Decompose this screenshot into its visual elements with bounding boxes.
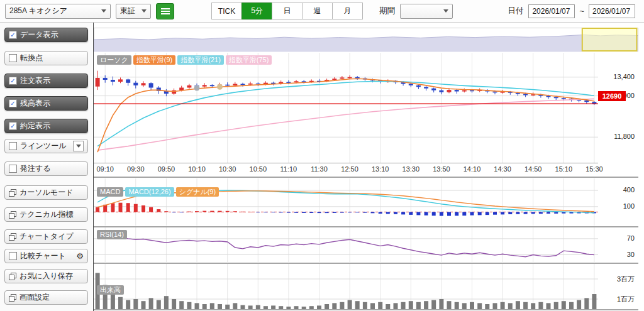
sidebar-item-label: ラインツール (20, 141, 66, 151)
sidebar-item-cursor-mode[interactable]: カーソルモード (4, 185, 88, 200)
volume-legend: 出来高 (97, 285, 124, 295)
panel-window-icon (9, 294, 16, 302)
time-tick-label: 09:10 (92, 165, 118, 173)
sidebar-item-label: 比較チャート (20, 251, 66, 261)
sidebar-item-label: 約定表示 (20, 121, 50, 131)
sidebar-item-label: 発注する (20, 163, 51, 174)
sidebar-item-label: データ表示 (20, 30, 58, 40)
time-tick-label: 14:50 (521, 165, 546, 173)
timeframe-button-day[interactable]: 日 (272, 3, 303, 19)
date-from-input[interactable]: 2026/01/07 (528, 4, 575, 18)
navigator-svg (94, 28, 638, 52)
sidebar-item-screen-settings[interactable]: 画面設定 (4, 290, 88, 305)
sidebar-item-compare-chart[interactable]: 比較チャート⚙ (4, 249, 88, 263)
price-legend: ローソク指数平滑(9)指数平滑(21)指数平滑(75) (97, 55, 272, 65)
trading-chart: ローソク指数平滑(9)指数平滑(21)指数平滑(75) 09:1009:3009… (93, 23, 644, 311)
price-axis-label: 11,800 (601, 133, 635, 140)
timeframe-button-5min[interactable]: 5分 (242, 3, 272, 19)
list-view-button[interactable] (156, 3, 174, 19)
sidebar-item-label: 注文表示 (20, 75, 50, 86)
legend-chip: 指数平滑(9) (133, 55, 175, 65)
sidebar-item-technical-indicator[interactable]: テクニカル指標 (4, 207, 88, 222)
legend-chip: 出来高 (97, 285, 124, 295)
chevron-down-icon (443, 9, 448, 13)
sidebar-item-balance-display[interactable]: ✓残高表示 (4, 96, 88, 111)
panel-divider (94, 177, 638, 178)
sidebar-item-chart-type[interactable]: チャートタイプ (4, 229, 88, 244)
legend-chip: ローソク (97, 55, 131, 65)
date-to-input[interactable]: 2026/01/07 (589, 4, 635, 18)
rsi-axis-label: 30 (601, 251, 635, 258)
sidebar-item-label: 画面設定 (19, 292, 50, 303)
timeframe-group: TICK5分日週月 (212, 3, 363, 19)
sidebar-item-place-order[interactable]: 発注する (4, 161, 88, 176)
sidebar-item-execution-display[interactable]: ✓約定表示 (4, 119, 88, 133)
time-tick-label: 09:30 (123, 165, 148, 173)
price-chart-svg (94, 53, 598, 163)
sidebar-item-save-favorite[interactable]: お気に入り保存 (4, 269, 88, 283)
period-select[interactable] (400, 4, 453, 19)
unchecked-checkbox-icon (9, 252, 17, 260)
time-tick-label: 13:50 (429, 165, 454, 173)
time-tick-label: 14:30 (490, 165, 515, 173)
macd-panel[interactable] (94, 178, 598, 226)
sidebar-item-data-display[interactable]: ✓データ表示 (4, 28, 88, 42)
macd-axis-label: 100 (601, 202, 635, 210)
time-tick-label: 11:10 (276, 165, 301, 173)
time-tick-label: 15:30 (582, 165, 607, 173)
navigator-chart[interactable] (94, 28, 638, 52)
sidebar-item-order-display[interactable]: ✓注文表示 (4, 74, 88, 88)
sidebar-item-label: チャートタイプ (19, 231, 74, 242)
checked-checkbox-icon: ✓ (9, 31, 17, 39)
sidebar-item-line-tool[interactable]: ラインツール (4, 139, 88, 153)
price-tag: 12690 (598, 91, 626, 101)
symbol-select[interactable]: 285A キオクシア (5, 4, 111, 19)
price-axis-label: 13,400 (601, 73, 635, 80)
chevron-down-icon (101, 9, 106, 13)
unchecked-checkbox-icon (9, 142, 17, 150)
rsi-legend: RSI(14) (97, 230, 127, 239)
checked-checkbox-icon: ✓ (9, 77, 17, 85)
chevron-down-icon (76, 145, 81, 148)
time-tick-label: 12:50 (337, 165, 362, 173)
time-tick-label: 13:10 (368, 165, 393, 173)
sidebar-item-label: テクニカル指標 (19, 209, 73, 220)
checked-checkbox-icon: ✓ (9, 99, 17, 107)
price-chart[interactable] (94, 53, 598, 163)
sidebar-item-label: 残高表示 (20, 98, 50, 109)
sidebar-item-label: 転換点 (20, 53, 43, 63)
panel-window-icon (9, 189, 16, 197)
legend-chip: シグナル(9) (176, 187, 219, 197)
line-tool-dropdown[interactable] (73, 141, 84, 151)
legend-chip: MACD(12,26) (125, 187, 174, 197)
list-icon (161, 13, 170, 14)
panel-window-icon (9, 233, 16, 241)
macd-svg (94, 178, 598, 226)
legend-chip: 指数平滑(21) (177, 55, 224, 65)
timeframe-button-month[interactable]: 月 (332, 3, 363, 19)
volume-panel[interactable] (94, 264, 598, 310)
period-label: 期間 (379, 6, 395, 16)
exchange-value: 東証 (120, 6, 135, 16)
time-tick-label: 09:50 (153, 165, 179, 173)
sidebar-item-turning-point[interactable]: 転換点 (4, 51, 88, 65)
sidebar-item-label: お気に入り保存 (19, 271, 73, 281)
chevron-down-icon (142, 9, 147, 13)
time-axis: 09:1009:3009:5010:1010:3010:5011:1011:30… (94, 163, 598, 176)
timeframe-button-week[interactable]: 週 (302, 3, 333, 19)
sidebar-item-label: カーソルモード (19, 187, 73, 198)
rsi-panel[interactable] (94, 227, 598, 262)
checked-checkbox-icon: ✓ (9, 122, 17, 130)
time-tick-label: 15:10 (551, 165, 576, 173)
gear-icon[interactable]: ⚙ (76, 252, 84, 260)
panel-window-icon (9, 273, 16, 280)
timeframe-button-tick[interactable]: TICK (211, 3, 242, 19)
rsi-svg (94, 227, 598, 262)
panel-window-icon (9, 211, 16, 219)
time-tick-label: 11:30 (307, 165, 332, 173)
date-range-separator: ~ (579, 6, 584, 16)
time-tick-label: 14:10 (460, 165, 485, 173)
exchange-select[interactable]: 東証 (116, 4, 151, 19)
legend-chip: 指数平滑(75) (226, 55, 272, 65)
macd-axis-label: 400 (601, 186, 635, 194)
